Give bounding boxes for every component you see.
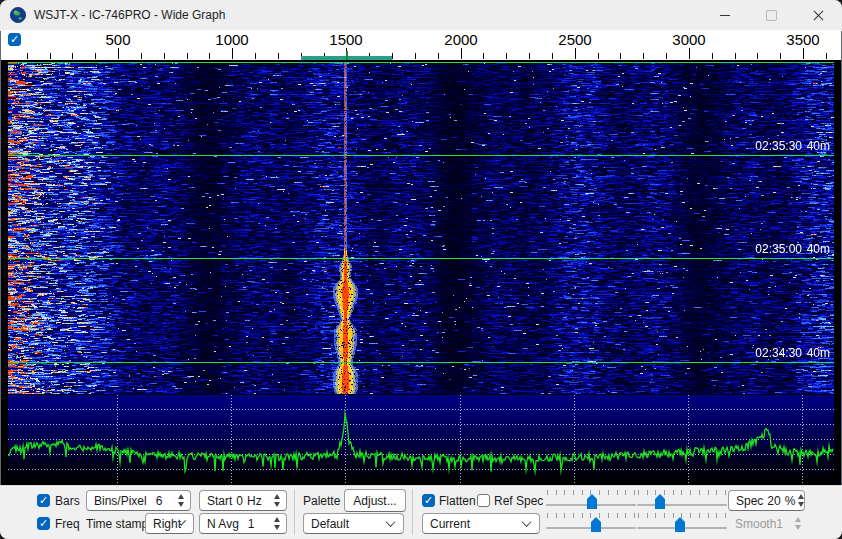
scale-checkbox[interactable]: ✓ [8,33,21,46]
flatten-label: Flatten [439,490,476,512]
time-stamp-value: Right [153,517,181,531]
start-suffix: Hz [247,494,262,508]
spin-up-icon [795,517,801,522]
palette-adjust-button[interactable]: Adjust... [344,489,406,512]
slider-ticks [638,490,727,495]
scale-tick-label: 1000 [215,31,248,48]
smooth-spinbox: Smooth 1 [728,513,805,534]
window-title: WSJT-X - IC-746PRO - Wide Graph [34,8,225,22]
frequency-scale[interactable]: ✓ 500100015002000250030003500 [1,30,841,60]
spec-percent-spinbox[interactable]: Spec 20 % [728,490,805,511]
slider-handle[interactable] [587,494,597,509]
separator [294,489,295,535]
start-value: 0 [236,494,243,508]
waterfall-zero-slider[interactable] [637,490,727,510]
smooth-value: 1 [776,517,783,531]
spin-down-icon[interactable] [274,502,280,507]
slider-groove[interactable] [637,504,727,506]
bars-label: Bars [55,490,80,512]
spin-up-icon[interactable] [798,494,804,499]
n-avg-value: 1 [248,517,255,531]
ref-spec-checkbox[interactable] [477,494,490,507]
flatten-checkbox[interactable]: ✓ [422,494,435,507]
spin-up-icon[interactable] [274,494,280,499]
adjust-button-label: Adjust... [353,494,396,508]
freq-checkbox[interactable]: ✓ [37,517,50,530]
time-stamp-label: Time stamp [86,513,148,535]
spectrum-source-value: Current [430,517,470,531]
n-avg-label: N Avg [207,517,239,531]
spec-value: 20 [767,494,780,508]
waterfall-gain-slider[interactable] [546,490,636,510]
palette-value: Default [311,517,349,531]
scale-tick-label: 2500 [558,31,591,48]
title-bar[interactable]: WSJT-X - IC-746PRO - Wide Graph [0,0,842,31]
spin-up-icon[interactable] [178,494,184,499]
wsjtx-app-icon [10,7,26,23]
chevron-down-icon [386,517,396,527]
slider-ticks [547,490,636,495]
spin-buttons[interactable] [271,517,284,530]
close-button[interactable] [795,0,842,30]
minimize-button[interactable] [701,0,748,30]
spin-down-icon[interactable] [798,502,804,507]
scale-tick-label: 500 [105,31,130,48]
bins-per-pixel-label: Bins/Pixel [94,494,147,508]
chevron-down-icon [522,517,532,527]
spectrum-source-combobox[interactable]: Current [422,513,540,534]
wide-graph-window: WSJT-X - IC-746PRO - Wide Graph ✓ 500100… [0,0,842,539]
scale-tick-label: 1500 [329,31,362,48]
window-controls [701,0,842,30]
slider-groove[interactable] [637,527,727,529]
slider-ticks [547,513,636,518]
spin-buttons[interactable] [795,494,808,507]
waterfall-display[interactable] [8,62,834,394]
spin-down-icon [795,525,801,530]
spectrum-zero-slider[interactable] [637,513,727,533]
ref-spec-label: Ref Spec [494,490,543,512]
spec-suffix: % [785,494,796,508]
spin-buttons[interactable] [175,494,188,507]
slider-handle[interactable] [675,517,685,532]
control-panel: ✓ Bars Bins/Pixel 6 Start 0 Hz Palette A… [0,485,842,539]
spectrum-gain-slider[interactable] [546,513,636,533]
spin-buttons [792,517,805,530]
bars-checkbox[interactable]: ✓ [37,494,50,507]
time-stamp-combobox[interactable]: Right [145,513,194,534]
bins-per-pixel-value: 6 [156,494,163,508]
spec-label: Spec [736,494,763,508]
spectrum-display[interactable] [8,395,834,484]
separator [412,489,413,535]
spin-down-icon[interactable] [274,525,280,530]
spin-buttons[interactable] [271,494,284,507]
smooth-label: Smooth [735,517,776,531]
palette-combobox[interactable]: Default [303,513,404,534]
n-avg-spinbox[interactable]: N Avg 1 [199,513,287,534]
slider-ticks [638,513,727,518]
palette-label: Palette [303,490,340,512]
slider-groove[interactable] [546,527,636,529]
freq-label: Freq [55,513,80,535]
scale-tick-label: 3000 [672,31,705,48]
close-icon [813,10,824,21]
minimize-icon [720,15,730,16]
maximize-icon [766,10,777,21]
start-hz-spinbox[interactable]: Start 0 Hz [199,490,287,511]
slider-handle[interactable] [591,517,601,532]
maximize-button[interactable] [748,0,795,30]
slider-groove[interactable] [546,504,636,506]
rx-frequency-tick [346,51,348,60]
spin-down-icon[interactable] [178,502,184,507]
bins-per-pixel-spinbox[interactable]: Bins/Pixel 6 [86,490,191,511]
slider-handle[interactable] [655,494,665,509]
spin-up-icon[interactable] [274,517,280,522]
scale-tick-label: 2000 [444,31,477,48]
scale-tick-label: 3500 [786,31,819,48]
start-label: Start [207,494,232,508]
